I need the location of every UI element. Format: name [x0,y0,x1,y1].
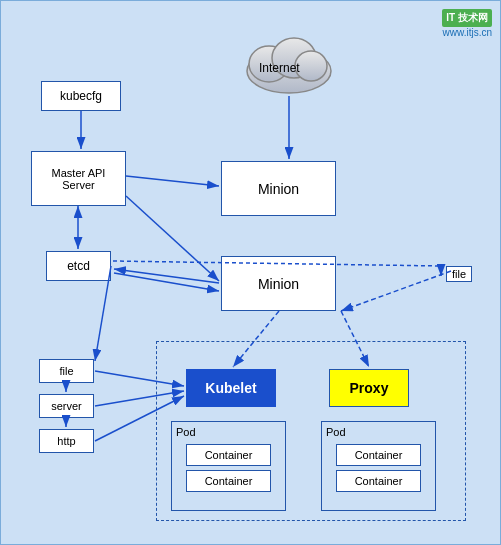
server-label: server [51,400,82,412]
svg-line-12 [114,269,219,283]
kubecfg-label: kubecfg [60,89,102,103]
watermark: IT 技术网 www.itjs.cn [442,9,492,38]
kubelet-box: Kubelet [186,369,276,407]
container2b-label: Container [355,475,403,487]
container1b-label: Container [205,475,253,487]
etcd-box: etcd [46,251,111,281]
proxy-label: Proxy [350,380,389,396]
pod1-label: Pod [176,426,196,438]
internet-label: Internet [259,61,300,75]
container1a-box: Container [186,444,271,466]
container2a-box: Container [336,444,421,466]
file-right-label: file [446,266,472,282]
kubelet-label: Kubelet [205,380,256,396]
container2b-box: Container [336,470,421,492]
minion2-box: Minion [221,256,336,311]
watermark-url: www.itjs.cn [442,27,492,38]
svg-line-11 [126,196,219,281]
container1b-box: Container [186,470,271,492]
etcd-label: etcd [67,259,90,273]
http-label: http [57,435,75,447]
svg-line-14 [341,271,451,311]
proxy-box: Proxy [329,369,409,407]
http-box: http [39,429,94,453]
minion1-label: Minion [258,181,299,197]
container1a-label: Container [205,449,253,461]
minion1-box: Minion [221,161,336,216]
minion2-label: Minion [258,276,299,292]
main-diagram: IT 技术网 www.itjs.cn Internet kubecfg Mast… [0,0,501,545]
pod2-box: Pod Container Container [321,421,436,511]
watermark-logo: IT 技术网 [442,9,492,27]
server-box: server [39,394,94,418]
master-label: Master API Server [52,167,106,191]
pod1-box: Pod Container Container [171,421,286,511]
file-box: file [39,359,94,383]
svg-line-10 [126,176,219,186]
pod2-label: Pod [326,426,346,438]
container2a-label: Container [355,449,403,461]
svg-line-13 [114,273,219,291]
kubecfg-box: kubecfg [41,81,121,111]
master-box: Master API Server [31,151,126,206]
file-label: file [59,365,73,377]
